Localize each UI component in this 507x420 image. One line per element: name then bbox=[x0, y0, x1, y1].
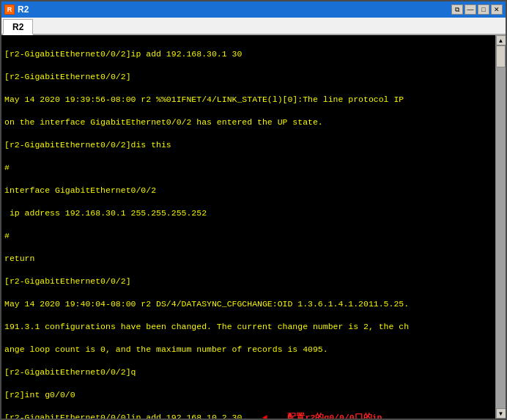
annotation-text: 配置r2的g0/0/0口的ip bbox=[287, 413, 382, 419]
scroll-up-button[interactable]: ▲ bbox=[496, 35, 506, 45]
terminal-line-10: [r2-GigabitEthernet0/0/2] bbox=[4, 276, 492, 287]
terminal-line-7: ip address 192.168.30.1 255.255.255.252 bbox=[4, 207, 492, 219]
window-title: R2 bbox=[18, 4, 29, 15]
terminal-line-13: ange loop count is 0, and the maximum nu… bbox=[4, 344, 492, 355]
title-bar: R R2 ⧉ — □ ✕ bbox=[1, 1, 506, 18]
terminal-line-0: [r2-GigabitEthernet0/0/2]ip add 192.168.… bbox=[4, 48, 492, 60]
tab-bar: R2 bbox=[1, 18, 506, 35]
arrow-icon: ◄ bbox=[262, 413, 267, 419]
terminal-content: [r2-GigabitEthernet0/0/2]ip add 192.168.… bbox=[1, 35, 495, 419]
restore-button[interactable]: ⧉ bbox=[451, 4, 463, 15]
terminal-line-2: May 14 2020 19:39:56-08:00 r2 %%01IFNET/… bbox=[4, 94, 492, 106]
maximize-button[interactable]: □ bbox=[478, 4, 489, 15]
title-bar-left: R R2 bbox=[4, 4, 29, 15]
terminal-line-1: [r2-GigabitEthernet0/0/2] bbox=[4, 71, 492, 83]
terminal-line-4: [r2-GigabitEthernet0/0/2]dis this bbox=[4, 139, 492, 151]
scroll-track[interactable] bbox=[496, 45, 506, 408]
terminal-line-12: 191.3.1 configurations have been changed… bbox=[4, 321, 492, 333]
minimize-button[interactable]: — bbox=[465, 4, 476, 15]
scroll-down-button[interactable]: ▼ bbox=[496, 408, 506, 419]
terminal-area: [r2-GigabitEthernet0/0/2]ip add 192.168.… bbox=[1, 35, 506, 419]
main-window: R R2 ⧉ — □ ✕ R2 [r2-GigabitEthernet0/0/2… bbox=[0, 0, 507, 420]
terminal-line-14: [r2-GigabitEthernet0/0/2]q bbox=[4, 366, 492, 378]
terminal-line-15: [r2]int g0/0/0 bbox=[4, 389, 492, 401]
terminal-line-16: [r2-GigabitEthernet0/0/0]ip add 192.168.… bbox=[4, 412, 492, 419]
tab-r2[interactable]: R2 bbox=[3, 19, 33, 35]
terminal-line-11: May 14 2020 19:40:04-08:00 r2 DS/4/DATAS… bbox=[4, 298, 492, 310]
scroll-thumb[interactable] bbox=[496, 45, 506, 67]
terminal-line-8: # bbox=[4, 230, 492, 242]
title-buttons: ⧉ — □ ✕ bbox=[451, 4, 503, 15]
terminal-line-6: interface GigabitEthernet0/0/2 bbox=[4, 185, 492, 196]
terminal-line-9: return bbox=[4, 253, 492, 265]
scrollbar-vertical[interactable]: ▲ ▼ bbox=[495, 35, 506, 419]
terminal-line-3: on the interface GigabitEthernet0/0/2 ha… bbox=[4, 117, 492, 128]
app-icon: R bbox=[4, 4, 15, 15]
terminal-line-5: # bbox=[4, 162, 492, 174]
close-button[interactable]: ✕ bbox=[491, 4, 503, 15]
